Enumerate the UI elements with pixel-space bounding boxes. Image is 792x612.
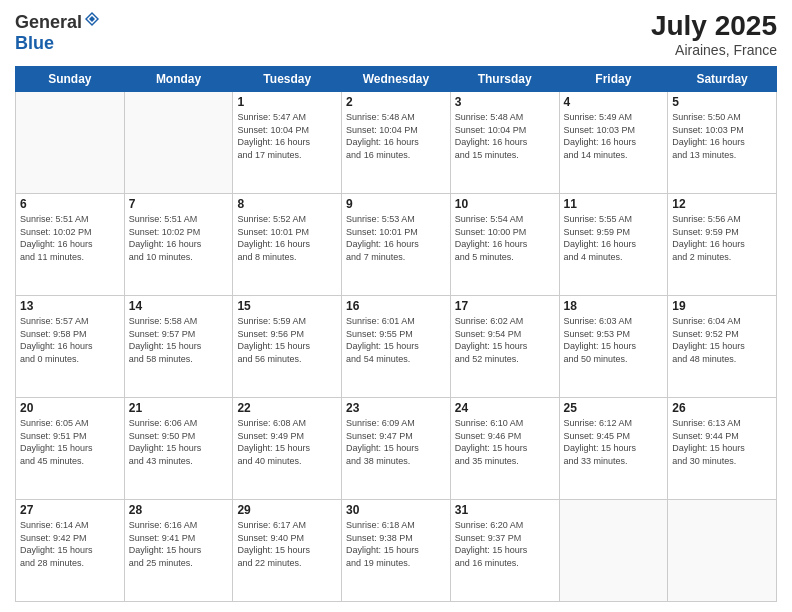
day-number: 7 <box>129 197 229 211</box>
page: GeneralBlue July 2025 Airaines, France S… <box>0 0 792 612</box>
day-number: 2 <box>346 95 446 109</box>
day-info: Sunrise: 6:06 AM Sunset: 9:50 PM Dayligh… <box>129 417 229 467</box>
table-row: 15Sunrise: 5:59 AM Sunset: 9:56 PM Dayli… <box>233 296 342 398</box>
day-info: Sunrise: 5:47 AM Sunset: 10:04 PM Daylig… <box>237 111 337 161</box>
day-info: Sunrise: 6:10 AM Sunset: 9:46 PM Dayligh… <box>455 417 555 467</box>
day-number: 6 <box>20 197 120 211</box>
day-info: Sunrise: 6:20 AM Sunset: 9:37 PM Dayligh… <box>455 519 555 569</box>
logo-general: General <box>15 12 82 32</box>
table-row: 25Sunrise: 6:12 AM Sunset: 9:45 PM Dayli… <box>559 398 668 500</box>
day-number: 15 <box>237 299 337 313</box>
table-row: 2Sunrise: 5:48 AM Sunset: 10:04 PM Dayli… <box>342 92 451 194</box>
table-row: 16Sunrise: 6:01 AM Sunset: 9:55 PM Dayli… <box>342 296 451 398</box>
day-number: 24 <box>455 401 555 415</box>
day-number: 17 <box>455 299 555 313</box>
header: GeneralBlue July 2025 Airaines, France <box>15 10 777 58</box>
table-row: 6Sunrise: 5:51 AM Sunset: 10:02 PM Dayli… <box>16 194 125 296</box>
table-row: 28Sunrise: 6:16 AM Sunset: 9:41 PM Dayli… <box>124 500 233 602</box>
day-info: Sunrise: 5:54 AM Sunset: 10:00 PM Daylig… <box>455 213 555 263</box>
day-info: Sunrise: 5:50 AM Sunset: 10:03 PM Daylig… <box>672 111 772 161</box>
col-wednesday: Wednesday <box>342 67 451 92</box>
day-info: Sunrise: 5:48 AM Sunset: 10:04 PM Daylig… <box>455 111 555 161</box>
col-thursday: Thursday <box>450 67 559 92</box>
day-info: Sunrise: 5:56 AM Sunset: 9:59 PM Dayligh… <box>672 213 772 263</box>
table-row: 14Sunrise: 5:58 AM Sunset: 9:57 PM Dayli… <box>124 296 233 398</box>
table-row: 1Sunrise: 5:47 AM Sunset: 10:04 PM Dayli… <box>233 92 342 194</box>
day-number: 27 <box>20 503 120 517</box>
day-number: 22 <box>237 401 337 415</box>
day-number: 3 <box>455 95 555 109</box>
table-row: 10Sunrise: 5:54 AM Sunset: 10:00 PM Dayl… <box>450 194 559 296</box>
day-number: 26 <box>672 401 772 415</box>
day-number: 16 <box>346 299 446 313</box>
day-info: Sunrise: 6:03 AM Sunset: 9:53 PM Dayligh… <box>564 315 664 365</box>
day-info: Sunrise: 6:05 AM Sunset: 9:51 PM Dayligh… <box>20 417 120 467</box>
calendar-table: Sunday Monday Tuesday Wednesday Thursday… <box>15 66 777 602</box>
logo: GeneralBlue <box>15 10 102 54</box>
title-block: July 2025 Airaines, France <box>651 10 777 58</box>
table-row: 27Sunrise: 6:14 AM Sunset: 9:42 PM Dayli… <box>16 500 125 602</box>
table-row: 20Sunrise: 6:05 AM Sunset: 9:51 PM Dayli… <box>16 398 125 500</box>
calendar-week-row: 20Sunrise: 6:05 AM Sunset: 9:51 PM Dayli… <box>16 398 777 500</box>
day-info: Sunrise: 6:04 AM Sunset: 9:52 PM Dayligh… <box>672 315 772 365</box>
day-number: 13 <box>20 299 120 313</box>
day-number: 19 <box>672 299 772 313</box>
table-row: 12Sunrise: 5:56 AM Sunset: 9:59 PM Dayli… <box>668 194 777 296</box>
table-row: 17Sunrise: 6:02 AM Sunset: 9:54 PM Dayli… <box>450 296 559 398</box>
day-number: 8 <box>237 197 337 211</box>
day-number: 21 <box>129 401 229 415</box>
day-number: 30 <box>346 503 446 517</box>
logo-blue: Blue <box>15 33 54 53</box>
day-info: Sunrise: 6:17 AM Sunset: 9:40 PM Dayligh… <box>237 519 337 569</box>
day-number: 25 <box>564 401 664 415</box>
table-row: 21Sunrise: 6:06 AM Sunset: 9:50 PM Dayli… <box>124 398 233 500</box>
day-info: Sunrise: 5:49 AM Sunset: 10:03 PM Daylig… <box>564 111 664 161</box>
day-info: Sunrise: 5:51 AM Sunset: 10:02 PM Daylig… <box>129 213 229 263</box>
day-info: Sunrise: 6:12 AM Sunset: 9:45 PM Dayligh… <box>564 417 664 467</box>
title-location: Airaines, France <box>651 42 777 58</box>
day-info: Sunrise: 6:01 AM Sunset: 9:55 PM Dayligh… <box>346 315 446 365</box>
day-info: Sunrise: 5:55 AM Sunset: 9:59 PM Dayligh… <box>564 213 664 263</box>
day-number: 28 <box>129 503 229 517</box>
table-row: 30Sunrise: 6:18 AM Sunset: 9:38 PM Dayli… <box>342 500 451 602</box>
day-number: 1 <box>237 95 337 109</box>
table-row: 3Sunrise: 5:48 AM Sunset: 10:04 PM Dayli… <box>450 92 559 194</box>
day-info: Sunrise: 5:48 AM Sunset: 10:04 PM Daylig… <box>346 111 446 161</box>
day-number: 9 <box>346 197 446 211</box>
table-row: 5Sunrise: 5:50 AM Sunset: 10:03 PM Dayli… <box>668 92 777 194</box>
table-row <box>124 92 233 194</box>
weekday-header-row: Sunday Monday Tuesday Wednesday Thursday… <box>16 67 777 92</box>
day-number: 29 <box>237 503 337 517</box>
day-info: Sunrise: 6:13 AM Sunset: 9:44 PM Dayligh… <box>672 417 772 467</box>
day-info: Sunrise: 5:58 AM Sunset: 9:57 PM Dayligh… <box>129 315 229 365</box>
table-row: 11Sunrise: 5:55 AM Sunset: 9:59 PM Dayli… <box>559 194 668 296</box>
table-row: 22Sunrise: 6:08 AM Sunset: 9:49 PM Dayli… <box>233 398 342 500</box>
day-number: 20 <box>20 401 120 415</box>
table-row: 29Sunrise: 6:17 AM Sunset: 9:40 PM Dayli… <box>233 500 342 602</box>
title-month: July 2025 <box>651 10 777 42</box>
table-row: 19Sunrise: 6:04 AM Sunset: 9:52 PM Dayli… <box>668 296 777 398</box>
day-number: 4 <box>564 95 664 109</box>
col-friday: Friday <box>559 67 668 92</box>
day-info: Sunrise: 5:53 AM Sunset: 10:01 PM Daylig… <box>346 213 446 263</box>
day-info: Sunrise: 5:59 AM Sunset: 9:56 PM Dayligh… <box>237 315 337 365</box>
col-monday: Monday <box>124 67 233 92</box>
day-info: Sunrise: 6:16 AM Sunset: 9:41 PM Dayligh… <box>129 519 229 569</box>
table-row: 26Sunrise: 6:13 AM Sunset: 9:44 PM Dayli… <box>668 398 777 500</box>
day-info: Sunrise: 6:14 AM Sunset: 9:42 PM Dayligh… <box>20 519 120 569</box>
table-row: 23Sunrise: 6:09 AM Sunset: 9:47 PM Dayli… <box>342 398 451 500</box>
day-number: 23 <box>346 401 446 415</box>
day-info: Sunrise: 6:18 AM Sunset: 9:38 PM Dayligh… <box>346 519 446 569</box>
logo-icon <box>83 10 101 28</box>
table-row: 9Sunrise: 5:53 AM Sunset: 10:01 PM Dayli… <box>342 194 451 296</box>
table-row: 7Sunrise: 5:51 AM Sunset: 10:02 PM Dayli… <box>124 194 233 296</box>
day-info: Sunrise: 5:57 AM Sunset: 9:58 PM Dayligh… <box>20 315 120 365</box>
table-row: 24Sunrise: 6:10 AM Sunset: 9:46 PM Dayli… <box>450 398 559 500</box>
day-number: 12 <box>672 197 772 211</box>
calendar-week-row: 13Sunrise: 5:57 AM Sunset: 9:58 PM Dayli… <box>16 296 777 398</box>
calendar-week-row: 27Sunrise: 6:14 AM Sunset: 9:42 PM Dayli… <box>16 500 777 602</box>
table-row: 13Sunrise: 5:57 AM Sunset: 9:58 PM Dayli… <box>16 296 125 398</box>
calendar-week-row: 6Sunrise: 5:51 AM Sunset: 10:02 PM Dayli… <box>16 194 777 296</box>
table-row <box>16 92 125 194</box>
logo-text: GeneralBlue <box>15 10 102 54</box>
